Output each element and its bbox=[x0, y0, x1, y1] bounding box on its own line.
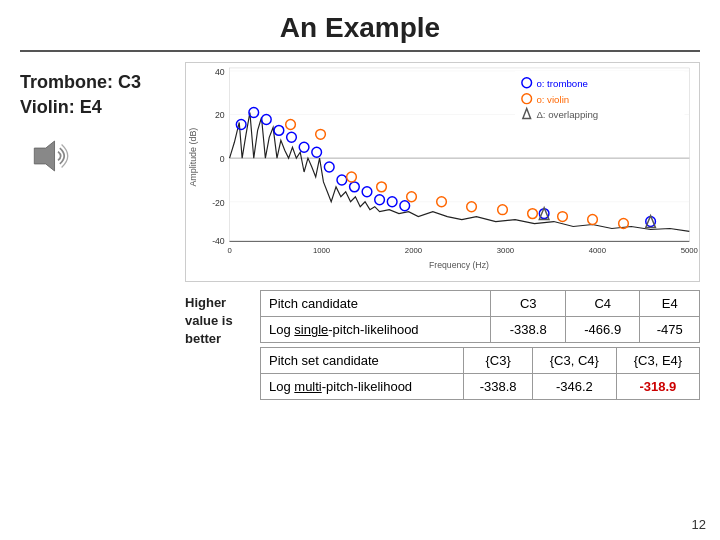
log-single-pitch-label: Log single-pitch-likelihood bbox=[261, 317, 491, 343]
single-val-c4: -466.9 bbox=[565, 317, 640, 343]
svg-text:3000: 3000 bbox=[497, 246, 515, 255]
col-c4: C4 bbox=[565, 291, 640, 317]
spectrum-chart: Amplitude (dB) 40 20 0 -20 -40 0 10 bbox=[185, 62, 700, 282]
svg-text:-40: -40 bbox=[212, 236, 225, 246]
svg-text:5000: 5000 bbox=[681, 246, 699, 255]
multi-val-c3e4: -318.9 bbox=[616, 374, 699, 400]
multi-val-c3c4: -346.2 bbox=[532, 374, 616, 400]
col-c3: C3 bbox=[491, 291, 566, 317]
tables-container: Pitch candidate C3 C4 E4 Log single-pitc… bbox=[260, 290, 700, 400]
pitch-set-label: Pitch set candidate bbox=[261, 348, 464, 374]
set-val-c3c4: {C3, C4} bbox=[532, 348, 616, 374]
svg-text:20: 20 bbox=[215, 110, 225, 120]
svg-text:40: 40 bbox=[215, 67, 225, 77]
multi-val-c3: -338.8 bbox=[464, 374, 532, 400]
svg-text:o: trombone: o: trombone bbox=[536, 78, 588, 89]
svg-text:Frequency (Hz): Frequency (Hz) bbox=[429, 260, 489, 270]
log-multi-pitch-label: Log multi-pitch-likelihood bbox=[261, 374, 464, 400]
svg-text:0: 0 bbox=[227, 246, 232, 255]
single-val-c3: -338.8 bbox=[491, 317, 566, 343]
svg-text:Δ: overlapping: Δ: overlapping bbox=[536, 109, 598, 120]
pitch-set-candidate-table: Pitch set candidate {C3} {C3, C4} {C3, E… bbox=[260, 347, 700, 400]
svg-marker-0 bbox=[34, 141, 54, 171]
single-val-e4: -475 bbox=[640, 317, 700, 343]
svg-text:Amplitude (dB): Amplitude (dB) bbox=[188, 128, 198, 187]
multi-underline: multi bbox=[294, 379, 321, 394]
data-table-area: Higher value is better Pitch candidate C… bbox=[185, 290, 700, 530]
set-val-c3: {C3} bbox=[464, 348, 532, 374]
higher-value-label: Higher value is better bbox=[185, 290, 260, 349]
svg-text:4000: 4000 bbox=[589, 246, 607, 255]
pitch-candidate-label: Pitch candidate bbox=[261, 291, 491, 317]
col-e4: E4 bbox=[640, 291, 700, 317]
svg-text:0: 0 bbox=[220, 154, 225, 164]
svg-text:o: violin: o: violin bbox=[536, 94, 569, 105]
set-val-c3e4: {C3, E4} bbox=[616, 348, 699, 374]
page-number: 12 bbox=[692, 517, 706, 532]
speaker-icon bbox=[20, 134, 70, 174]
svg-text:-20: -20 bbox=[212, 198, 225, 208]
page-title: An Example bbox=[20, 12, 700, 44]
svg-text:1000: 1000 bbox=[313, 246, 331, 255]
svg-text:2000: 2000 bbox=[405, 246, 423, 255]
pitch-candidate-table: Pitch candidate C3 C4 E4 Log single-pitc… bbox=[260, 290, 700, 343]
single-underline: single bbox=[294, 322, 328, 337]
instrument-label: Trombone: C3 Violin: E4 bbox=[20, 70, 175, 120]
